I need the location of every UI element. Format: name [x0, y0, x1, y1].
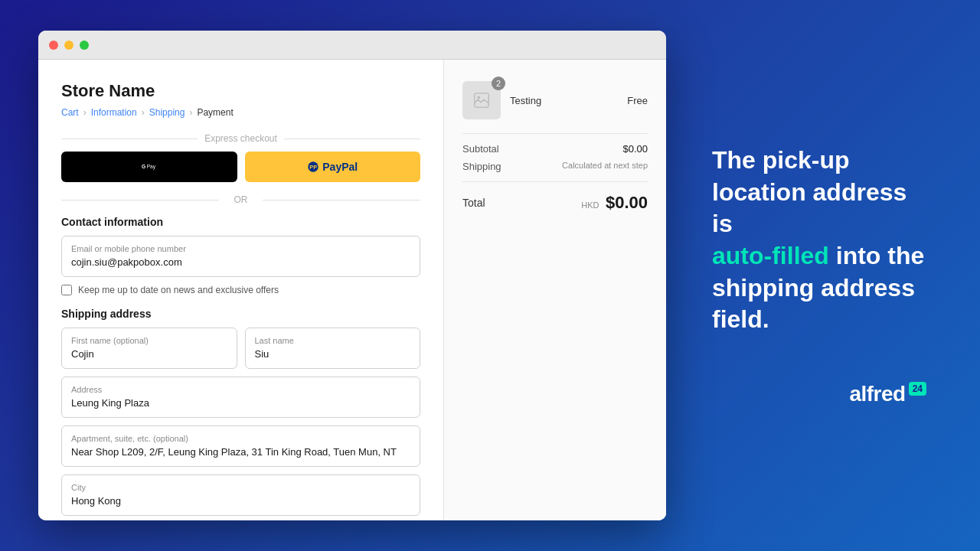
last-name-input[interactable] — [255, 348, 411, 360]
paypal-button[interactable]: PP PayPal — [245, 152, 421, 182]
contact-section-title: Contact information — [61, 216, 420, 228]
product-name: Testing — [510, 95, 618, 106]
headline-line5: field. — [712, 305, 769, 333]
total-amount-wrapper: HKD $0.00 — [581, 193, 648, 213]
svg-point-5 — [478, 96, 481, 99]
email-field-wrapper: Email or mobile phone number — [61, 236, 420, 277]
breadcrumb-information[interactable]: Information — [91, 107, 137, 118]
email-label: Email or mobile phone number — [71, 244, 410, 253]
apt-group: Apartment, suite, etc. (optional) — [61, 425, 420, 467]
city-label: City — [71, 483, 410, 492]
subtotal-value: $0.00 — [622, 143, 648, 155]
alfred-badge: 24 — [909, 382, 926, 396]
gpay-button[interactable]: G Pay — [61, 152, 237, 182]
newsletter-row: Keep me up to date on news and exclusive… — [61, 285, 420, 295]
product-price: Free — [627, 95, 648, 106]
product-row: 2 Testing Free — [462, 81, 648, 119]
svg-text:G: G — [142, 164, 145, 169]
shipping-row: Shipping Calculated at next step — [462, 161, 648, 172]
name-row: First name (optional) Last name — [61, 328, 420, 369]
gpay-logo-icon: G Pay — [142, 161, 157, 172]
divider-2 — [462, 181, 648, 182]
browser-content: Store Name Cart › Information › Shipping… — [38, 60, 666, 520]
breadcrumb-payment: Payment — [197, 107, 233, 118]
or-divider: OR — [61, 194, 420, 205]
headline-line4: shipping address — [712, 274, 915, 302]
total-label: Total — [462, 197, 485, 209]
dot-yellow[interactable] — [64, 41, 74, 50]
dot-red[interactable] — [49, 41, 58, 50]
product-thumbnail: 2 — [462, 81, 501, 119]
paypal-icon: PP — [307, 161, 319, 173]
address-input[interactable] — [71, 397, 410, 409]
apt-field: Apartment, suite, etc. (optional) — [61, 425, 420, 467]
breadcrumb-cart[interactable]: Cart — [61, 107, 79, 118]
subtotal-label: Subtotal — [462, 143, 499, 155]
svg-text:Pay: Pay — [146, 164, 155, 170]
image-icon — [473, 92, 490, 109]
email-input[interactable] — [71, 256, 410, 268]
headline-highlight: auto-filled — [712, 242, 829, 269]
city-field: City — [61, 474, 420, 516]
headline-line3: into the — [836, 242, 925, 269]
last-name-label: Last name — [255, 336, 411, 345]
headline-line2: location address is — [712, 178, 906, 238]
shipping-label: Shipping — [462, 161, 501, 172]
svg-text:PP: PP — [310, 164, 318, 171]
address-field: Address — [61, 377, 420, 418]
address-label: Address — [71, 385, 410, 394]
divider-1 — [462, 133, 648, 134]
first-name-input[interactable] — [71, 348, 227, 360]
shipping-value: Calculated at next step — [562, 161, 648, 172]
first-name-field: First name (optional) — [61, 328, 237, 369]
total-amount: $0.00 — [606, 193, 648, 212]
headline-line1: The pick-up — [712, 146, 850, 174]
total-currency: HKD — [581, 201, 599, 210]
alfred-logo: alfred 24 — [712, 382, 926, 406]
order-summary-panel: 2 Testing Free Subtotal $0.00 Shipping C… — [444, 60, 666, 520]
newsletter-checkbox[interactable] — [61, 285, 72, 295]
text-panel: The pick-up location address is auto-fil… — [697, 129, 942, 422]
city-group: City — [61, 474, 420, 516]
address-group: Address — [61, 377, 420, 418]
apt-input[interactable] — [71, 446, 410, 458]
city-input[interactable] — [71, 495, 410, 507]
browser-window: Store Name Cart › Information › Shipping… — [38, 31, 666, 520]
total-row: Total HKD $0.00 — [462, 193, 648, 213]
product-badge: 2 — [492, 77, 505, 90]
store-name: Store Name — [61, 81, 420, 101]
express-label: Express checkout — [61, 133, 420, 144]
newsletter-label: Keep me up to date on news and exclusive… — [78, 285, 279, 295]
breadcrumb: Cart › Information › Shipping › Payment — [61, 107, 420, 118]
payment-buttons: G Pay PP PayPal — [61, 152, 420, 182]
apt-label: Apartment, suite, etc. (optional) — [71, 434, 410, 443]
last-name-field: Last name — [245, 328, 421, 369]
email-group: Email or mobile phone number — [61, 236, 420, 277]
checkout-panel: Store Name Cart › Information › Shipping… — [38, 60, 444, 520]
shipping-section-title: Shipping address — [61, 308, 420, 320]
headline: The pick-up location address is auto-fil… — [712, 145, 926, 336]
first-name-label: First name (optional) — [71, 336, 227, 345]
express-checkout-section: Express checkout G Pay PP — [61, 133, 420, 182]
alfred-text: alfred — [849, 382, 905, 406]
paypal-label: PayPal — [322, 161, 358, 173]
subtotal-row: Subtotal $0.00 — [462, 143, 648, 155]
browser-bar — [38, 31, 666, 60]
dot-green[interactable] — [80, 41, 89, 50]
breadcrumb-shipping[interactable]: Shipping — [149, 107, 185, 118]
